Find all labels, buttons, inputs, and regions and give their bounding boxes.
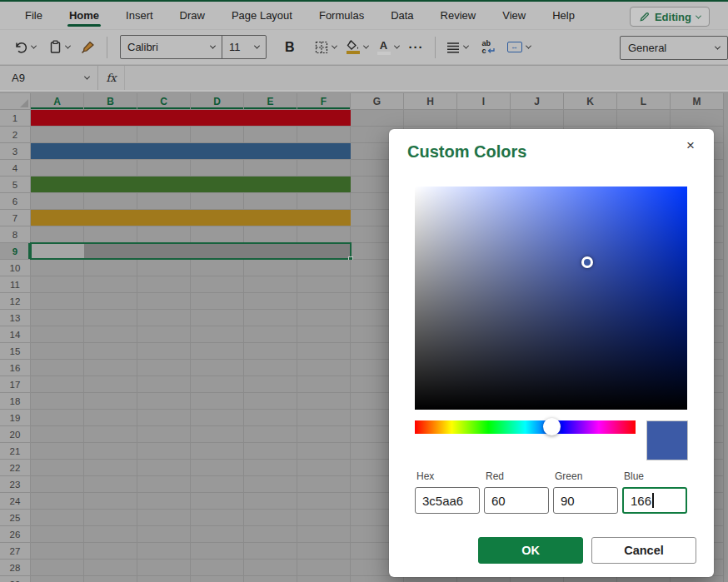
cell-F18[interactable]	[297, 393, 351, 410]
cell-E4[interactable]	[244, 160, 297, 177]
row-header-14[interactable]: 14	[0, 326, 31, 343]
cell-A24[interactable]	[31, 493, 84, 510]
cell-D28[interactable]	[191, 560, 244, 576]
cell-A14[interactable]	[31, 326, 84, 343]
saturation-brightness-area[interactable]	[415, 187, 687, 410]
cell-C17[interactable]	[137, 376, 191, 393]
row-header-6[interactable]: 6	[0, 193, 31, 210]
cell-A2[interactable]	[31, 127, 84, 143]
cell-B21[interactable]	[84, 443, 137, 460]
ok-button[interactable]: OK	[478, 537, 583, 564]
cell-B18[interactable]	[84, 393, 137, 410]
cell-E19[interactable]	[244, 410, 297, 426]
filled-range-row-7[interactable]	[31, 210, 351, 226]
merge-cells-button[interactable]: ↔	[507, 42, 531, 52]
cell-C23[interactable]	[137, 476, 191, 493]
row-header-10[interactable]: 10	[0, 260, 31, 276]
cell-B2[interactable]	[84, 127, 137, 143]
cell-D17[interactable]	[191, 376, 244, 393]
cell-F20[interactable]	[297, 426, 351, 443]
menu-tab-insert[interactable]: Insert	[112, 2, 167, 29]
cell-B26[interactable]	[84, 526, 137, 543]
cell-A28[interactable]	[31, 560, 84, 576]
menu-tab-view[interactable]: View	[489, 2, 539, 29]
cell-G29[interactable]	[351, 576, 404, 582]
cell-C2[interactable]	[137, 127, 191, 143]
menu-tab-draw[interactable]: Draw	[167, 2, 218, 29]
cell-C25[interactable]	[137, 510, 191, 526]
cell-D15[interactable]	[191, 343, 244, 360]
cell-B20[interactable]	[84, 426, 137, 443]
editing-mode-button[interactable]: Editing	[630, 7, 710, 27]
column-header-E[interactable]: E	[244, 93, 297, 110]
row-header-20[interactable]: 20	[0, 426, 31, 443]
formula-input[interactable]	[125, 66, 728, 90]
cell-B28[interactable]	[84, 560, 137, 576]
cell-D13[interactable]	[191, 310, 244, 326]
cell-F14[interactable]	[297, 326, 351, 343]
selection-range[interactable]	[84, 243, 351, 259]
cell-A4[interactable]	[31, 160, 84, 177]
cell-F19[interactable]	[297, 410, 351, 426]
cell-E2[interactable]	[244, 127, 297, 143]
cell-E28[interactable]	[244, 560, 297, 576]
cell-C29[interactable]	[137, 576, 191, 582]
cell-A17[interactable]	[31, 376, 84, 393]
cell-D12[interactable]	[191, 293, 244, 310]
cell-A27[interactable]	[31, 543, 84, 560]
cell-C21[interactable]	[137, 443, 191, 460]
cell-K29[interactable]	[564, 576, 617, 582]
cell-E25[interactable]	[244, 510, 297, 526]
cell-C10[interactable]	[137, 260, 191, 276]
cell-A16[interactable]	[31, 360, 84, 376]
cell-B24[interactable]	[84, 493, 137, 510]
row-header-1[interactable]: 1	[0, 110, 31, 127]
select-all-corner[interactable]	[0, 93, 31, 110]
row-header-9[interactable]: 9	[0, 243, 31, 260]
hue-slider[interactable]	[415, 420, 636, 434]
cell-D16[interactable]	[191, 360, 244, 376]
row-header-12[interactable]: 12	[0, 293, 31, 310]
cell-F22[interactable]	[297, 460, 351, 476]
cell-E11[interactable]	[244, 276, 297, 293]
font-name-select[interactable]: Calibri	[121, 36, 222, 58]
cell-D14[interactable]	[191, 326, 244, 343]
column-header-B[interactable]: B	[84, 93, 137, 110]
cell-E12[interactable]	[244, 293, 297, 310]
cell-H29[interactable]	[404, 576, 457, 582]
cell-E27[interactable]	[244, 543, 297, 560]
cell-F29[interactable]	[297, 576, 351, 582]
cell-D20[interactable]	[191, 426, 244, 443]
cell-A20[interactable]	[31, 426, 84, 443]
fill-color-button[interactable]	[347, 40, 368, 54]
cell-C26[interactable]	[137, 526, 191, 543]
cell-A26[interactable]	[31, 526, 84, 543]
cell-M29[interactable]	[671, 576, 724, 582]
column-header-F[interactable]: F	[297, 93, 351, 110]
cell-D4[interactable]	[191, 160, 244, 177]
hue-slider-thumb[interactable]	[543, 418, 561, 435]
menu-tab-home[interactable]: Home	[56, 2, 112, 29]
cell-F6[interactable]	[297, 193, 351, 210]
row-header-13[interactable]: 13	[0, 310, 31, 326]
cell-B13[interactable]	[84, 310, 137, 326]
row-header-15[interactable]: 15	[0, 343, 31, 360]
format-painter-button[interactable]	[81, 41, 96, 54]
row-header-7[interactable]: 7	[0, 210, 31, 226]
cell-A22[interactable]	[31, 460, 84, 476]
cell-J29[interactable]	[511, 576, 564, 582]
cell-F4[interactable]	[297, 160, 351, 177]
column-header-J[interactable]: J	[511, 93, 564, 110]
undo-button[interactable]	[13, 41, 36, 54]
cell-E15[interactable]	[244, 343, 297, 360]
cell-A15[interactable]	[31, 343, 84, 360]
cell-E21[interactable]	[244, 443, 297, 460]
cell-C28[interactable]	[137, 560, 191, 576]
row-header-21[interactable]: 21	[0, 443, 31, 460]
row-header-19[interactable]: 19	[0, 410, 31, 426]
cell-F23[interactable]	[297, 476, 351, 493]
cell-F16[interactable]	[297, 360, 351, 376]
name-box[interactable]: A9	[0, 66, 98, 90]
cell-C15[interactable]	[137, 343, 191, 360]
cell-B25[interactable]	[84, 510, 137, 526]
